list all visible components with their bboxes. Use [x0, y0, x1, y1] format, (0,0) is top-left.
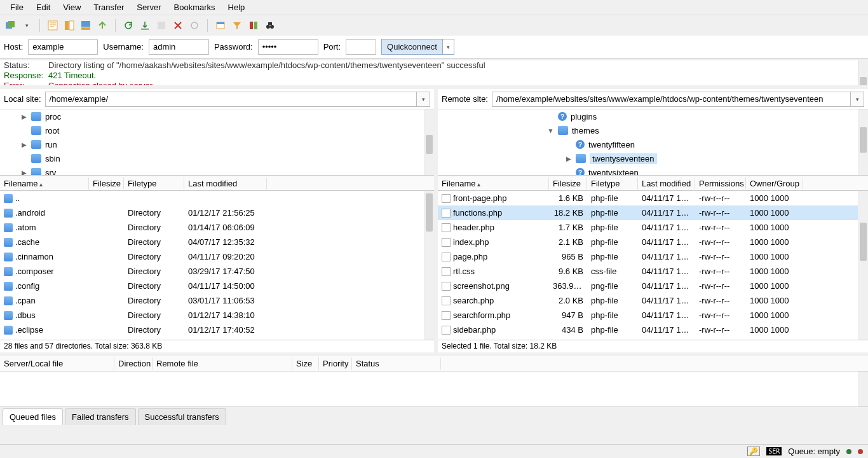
tab-queued-files[interactable]: Queued files — [3, 408, 63, 425]
local-tree-scrollbar[interactable] — [424, 109, 434, 175]
log-scrollbar[interactable] — [858, 60, 868, 85]
local-path-input[interactable] — [45, 92, 416, 107]
file-row[interactable]: .eclipseDirectory01/12/17 17:40:52 — [0, 323, 434, 337]
tree-item[interactable]: ▶proc — [0, 109, 434, 123]
file-row[interactable]: index.php2.1 KBphp-file04/11/17 19:5…-rw… — [438, 235, 868, 249]
tree-item-label[interactable]: sbin — [45, 154, 60, 163]
column-header[interactable]: Filesize — [549, 177, 587, 190]
file-row[interactable]: .dbusDirectory01/12/17 14:38:10 — [0, 308, 434, 323]
column-header[interactable]: Last modified — [638, 177, 695, 190]
column-header[interactable]: Filetype — [587, 177, 638, 190]
binoculars-icon[interactable] — [264, 19, 276, 32]
column-header[interactable]: Status — [352, 357, 441, 370]
tree-item-label[interactable]: srv — [45, 168, 56, 176]
toggle-log-icon[interactable] — [46, 19, 59, 32]
tree-item-label[interactable]: twentyfifteen — [588, 140, 635, 149]
local-file-header[interactable]: FilenameFilesizeFiletypeLast modified — [0, 176, 434, 191]
username-input[interactable] — [149, 39, 209, 55]
quickconnect-button[interactable]: Quickconnect — [382, 39, 442, 54]
process-queue-icon[interactable] — [139, 19, 151, 32]
tab-failed-transfers[interactable]: Failed transfers — [65, 408, 136, 425]
menu-transfer[interactable]: Transfer — [87, 1, 130, 13]
column-header[interactable]: Last modified — [184, 177, 267, 190]
remote-file-header[interactable]: FilenameFilesizeFiletypeLast modifiedPer… — [438, 176, 868, 191]
filter-icon[interactable] — [231, 19, 243, 32]
column-header[interactable]: Server/Local file — [0, 357, 114, 370]
tree-expander[interactable]: ▶ — [20, 169, 27, 176]
column-header[interactable]: Size — [292, 357, 319, 370]
tree-item[interactable]: root — [0, 123, 434, 137]
menu-server[interactable]: Server — [130, 1, 167, 13]
compare-icon[interactable] — [247, 19, 260, 32]
column-header[interactable]: Owner/Group — [746, 177, 803, 190]
file-row[interactable]: front-page.php1.6 KBphp-file04/11/17 19:… — [438, 191, 868, 205]
cancel-icon[interactable] — [155, 19, 168, 32]
file-row[interactable]: .cacheDirectory04/07/17 12:35:32 — [0, 235, 434, 249]
column-header[interactable]: Permissions — [695, 177, 746, 190]
tree-item[interactable]: ?twentyfifteen — [527, 137, 868, 151]
menu-bookmarks[interactable]: Bookmarks — [168, 1, 222, 13]
tree-expander[interactable]: ▼ — [547, 127, 554, 134]
menu-edit[interactable]: Edit — [30, 1, 57, 13]
remote-file-list[interactable]: front-page.php1.6 KBphp-file04/11/17 19:… — [438, 191, 868, 340]
queue-scrollbar[interactable] — [858, 371, 868, 406]
tree-item-label[interactable]: themes — [572, 126, 599, 135]
tree-item[interactable]: ▼themes — [527, 123, 868, 137]
local-list-scrollbar[interactable] — [424, 191, 434, 340]
remote-path-dropdown[interactable] — [850, 92, 864, 107]
tree-item-label[interactable]: twentysixteen — [588, 168, 639, 176]
file-row[interactable]: sidebar.php434 Bphp-file04/11/17 19:5…-r… — [438, 323, 868, 337]
tree-item-label[interactable]: proc — [45, 112, 61, 121]
file-row[interactable]: page.php965 Bphp-file04/11/17 19:5…-rw-r… — [438, 249, 868, 264]
file-row[interactable]: .cinnamonDirectory04/11/17 09:20:20 — [0, 249, 434, 264]
file-row[interactable]: rtl.css9.6 KBcss-file04/11/17 19:5…-rw-r… — [438, 264, 868, 279]
file-row[interactable]: .atomDirectory01/14/17 06:06:09 — [0, 220, 434, 235]
disconnect-icon[interactable] — [172, 19, 184, 32]
quickconnect-dropdown[interactable] — [442, 39, 454, 54]
column-header[interactable]: Filetype — [124, 177, 184, 190]
remote-tree-scrollbar[interactable] — [858, 109, 868, 175]
port-input[interactable] — [346, 39, 376, 55]
remote-tree[interactable]: ?plugins▼themes?twentyfifteen▶twentyseve… — [438, 109, 868, 176]
local-path-dropdown[interactable] — [416, 92, 430, 107]
tree-item[interactable]: ?twentysixteen — [527, 165, 868, 176]
tree-item[interactable]: ▶twentyseventeen — [527, 151, 868, 165]
tree-expander[interactable]: ▶ — [20, 113, 27, 120]
tree-expander[interactable]: ▶ — [565, 155, 572, 162]
menu-file[interactable]: File — [4, 1, 30, 13]
column-header[interactable]: Filesize — [89, 177, 124, 190]
tree-item-label[interactable]: root — [45, 126, 59, 135]
column-header[interactable]: Priority — [319, 357, 352, 370]
file-row[interactable]: header.php1.7 KBphp-file04/11/17 19:5…-r… — [438, 220, 868, 235]
new-tab-icon[interactable] — [214, 19, 227, 32]
reconnect-icon[interactable] — [188, 19, 201, 32]
file-row[interactable]: .cpanDirectory03/01/17 11:06:53 — [0, 293, 434, 308]
site-manager-icon[interactable] — [4, 19, 17, 32]
host-input[interactable] — [28, 39, 98, 55]
sync-browse-icon[interactable] — [96, 19, 109, 32]
local-tree[interactable]: ▶procroot▶runsbin▶srv — [0, 109, 434, 176]
file-row[interactable]: .composerDirectory03/29/17 17:47:50 — [0, 264, 434, 279]
toggle-queue-icon[interactable] — [79, 19, 92, 32]
queue-header[interactable]: Server/Local fileDirectionRemote fileSiz… — [0, 356, 868, 371]
tree-item-label[interactable]: run — [45, 140, 57, 149]
queue-body[interactable] — [0, 371, 868, 406]
column-header[interactable]: Remote file — [153, 357, 292, 370]
tree-item[interactable]: ?plugins — [527, 109, 868, 123]
file-row[interactable]: .androidDirectory01/12/17 21:56:25 — [0, 205, 434, 220]
file-row[interactable]: .. — [0, 191, 434, 205]
column-header[interactable]: Filename — [0, 177, 89, 190]
tree-item-label[interactable]: plugins — [571, 112, 597, 121]
tab-successful-transfers[interactable]: Successful transfers — [138, 408, 226, 425]
menu-view[interactable]: View — [57, 1, 87, 13]
tree-item[interactable]: ▶srv — [0, 165, 434, 176]
file-row[interactable]: screenshot.png363.9 KBpng-file04/11/17 1… — [438, 279, 868, 293]
tree-expander[interactable]: ▶ — [20, 141, 27, 148]
tree-item-label[interactable]: twentyseventeen — [590, 153, 657, 164]
file-row[interactable]: .configDirectory04/11/17 14:50:00 — [0, 279, 434, 293]
toggle-tree-icon[interactable] — [63, 19, 76, 32]
refresh-icon[interactable] — [122, 19, 135, 32]
remote-path-input[interactable] — [492, 92, 850, 107]
site-manager-dropdown[interactable] — [20, 19, 33, 32]
column-header[interactable]: Direction — [114, 357, 153, 370]
